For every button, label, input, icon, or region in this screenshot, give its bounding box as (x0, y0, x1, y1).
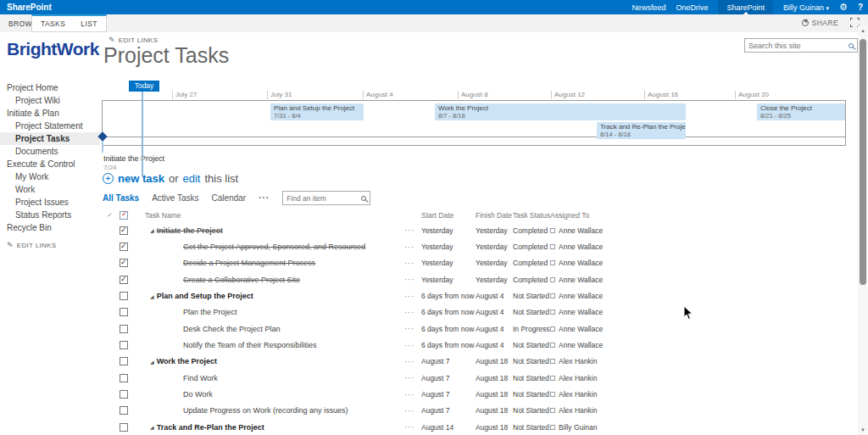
task-checkbox[interactable] (120, 374, 128, 382)
task-checkbox[interactable] (120, 308, 128, 316)
row-menu-button[interactable]: ··· (404, 324, 421, 333)
sidebar-item-project-issues[interactable]: Project Issues (0, 196, 100, 209)
sidebar-item-project-home[interactable]: Project Home (0, 81, 100, 94)
newsfeed-link[interactable]: Newsfeed (632, 3, 665, 12)
task-checkbox[interactable] (120, 406, 128, 415)
table-row[interactable]: ◢Work the Project ··· August 7 August 18… (100, 354, 837, 370)
assignee-link[interactable]: Anne Wallace (559, 341, 603, 349)
col-start-date[interactable]: Start Date (421, 211, 476, 220)
task-checkbox[interactable] (120, 259, 128, 267)
table-row[interactable]: ◢Plan and Setup the Project ··· 6 days f… (100, 287, 837, 304)
sidebar-item-initiate-plan[interactable]: Initiate & Plan (0, 107, 100, 120)
assignee-link[interactable]: Alex Hankin (559, 357, 597, 365)
scroll-down-icon[interactable]: ▼ (858, 425, 868, 435)
sidebar-edit-links[interactable]: ✎ EDIT LINKS (0, 241, 100, 249)
sidebar-item-execute-control[interactable]: Execute & Control (0, 158, 100, 170)
row-menu-button[interactable]: ··· (404, 292, 421, 301)
timeline-bar-work[interactable]: Work the Project 8/7 - 8/18 (435, 103, 686, 120)
tab-tasks[interactable]: TASKS (41, 20, 65, 28)
row-menu-button[interactable]: ··· (404, 341, 421, 350)
sidebar-item-recycle-bin[interactable]: Recycle Bin (0, 221, 100, 234)
collapse-triangle-icon[interactable]: ◢ (150, 424, 154, 430)
timeline-bar-plan[interactable]: Plan and Setup the Project 7/31 - 8/4 (270, 103, 364, 120)
table-row[interactable]: Get the Project Approved, Sponsored, and… (100, 238, 837, 254)
search-icon[interactable] (361, 196, 366, 201)
collapse-triangle-icon[interactable]: ◢ (150, 359, 154, 365)
sidebar-item-work[interactable]: Work (0, 183, 100, 196)
sidebar-item-my-work[interactable]: My Work (0, 170, 100, 183)
row-menu-button[interactable]: ··· (404, 275, 421, 284)
task-checkbox[interactable] (120, 341, 128, 349)
tab-list[interactable]: LIST (81, 20, 97, 28)
table-row[interactable]: Notify the Team of their Responsibilitie… (100, 337, 837, 353)
assignee-link[interactable]: Anne Wallace (559, 276, 603, 284)
table-row[interactable]: Decide a Project Management Process ··· … (100, 255, 837, 271)
search-icon[interactable] (849, 43, 854, 48)
vertical-scrollbar[interactable]: ▲ ▼ (858, 25, 868, 435)
table-row[interactable]: Create a Collaborative Project Site ··· … (100, 271, 837, 287)
col-task-status[interactable]: Task Status (513, 211, 550, 220)
select-all-check-icon[interactable]: ✓ (100, 211, 120, 219)
task-checkbox[interactable] (120, 276, 128, 284)
view-active-tasks[interactable]: Active Tasks (152, 193, 198, 203)
task-checkbox[interactable] (120, 325, 128, 333)
assignee-link[interactable]: Anne Wallace (559, 292, 603, 300)
assignee-link[interactable]: Anne Wallace (559, 226, 603, 235)
user-menu[interactable]: Billy Guinan ▾ (783, 3, 829, 12)
assignee-link[interactable]: Alex Hankin (559, 406, 597, 415)
table-row[interactable]: Find Work ··· August 7 August 18 Not Sta… (100, 370, 837, 386)
table-row[interactable]: Plan the Project ··· 6 days from now Aug… (100, 304, 837, 321)
assignee-link[interactable]: Billy Guinan (559, 423, 597, 432)
task-checkbox[interactable] (120, 423, 128, 432)
view-calendar[interactable]: Calendar (212, 193, 247, 203)
share-button[interactable]: SHARE (802, 19, 838, 27)
row-menu-button[interactable]: ··· (404, 422, 421, 432)
table-row[interactable]: Desk Check the Project Plan ··· 6 days f… (100, 321, 837, 337)
task-checkbox[interactable] (120, 243, 128, 251)
assignee-link[interactable]: Anne Wallace (559, 325, 603, 333)
sharepoint-link[interactable]: SharePoint (718, 0, 773, 14)
assignee-link[interactable]: Anne Wallace (559, 259, 603, 267)
assignee-link[interactable]: Anne Wallace (559, 308, 603, 316)
collapse-triangle-icon[interactable]: ◢ (150, 293, 154, 299)
row-menu-button[interactable]: ··· (404, 390, 421, 399)
find-item-input[interactable] (287, 194, 358, 203)
assignee-link[interactable]: Alex Hankin (559, 374, 597, 382)
row-menu-button[interactable]: ··· (404, 226, 421, 235)
task-checkbox[interactable] (120, 292, 128, 300)
assignee-link[interactable]: Alex Hankin (559, 390, 597, 399)
assignee-link[interactable]: Anne Wallace (559, 243, 603, 251)
task-checkbox[interactable] (120, 357, 128, 365)
row-menu-button[interactable]: ··· (404, 243, 421, 252)
col-assigned-to[interactable]: Assigned To (550, 211, 837, 220)
row-menu-button[interactable]: ··· (404, 406, 421, 415)
scrollbar-thumb[interactable] (860, 39, 866, 285)
table-row[interactable]: ◢Initiate the Project ··· Yesterday Yest… (100, 222, 837, 238)
sidebar-item-project-statement[interactable]: Project Statement (0, 120, 100, 132)
view-more-button[interactable]: ··· (259, 193, 270, 203)
collapse-triangle-icon[interactable]: ◢ (150, 227, 154, 233)
table-row[interactable]: Update Progress on Work (recording any i… (100, 403, 837, 419)
task-checkbox[interactable] (120, 390, 128, 399)
task-checkbox[interactable] (120, 226, 128, 235)
col-task-name[interactable]: Task Name (145, 211, 404, 220)
sidebar-item-status-reports[interactable]: Status Reports (0, 209, 100, 221)
site-search-input[interactable] (748, 42, 845, 50)
onedrive-link[interactable]: OneDrive (676, 3, 708, 12)
table-row[interactable]: ◢Track and Re-Plan the Project ··· Augus… (100, 419, 837, 435)
gear-icon[interactable]: ⚙ (839, 2, 848, 13)
row-menu-button[interactable]: ··· (404, 373, 421, 382)
plus-icon[interactable]: + (103, 173, 114, 184)
scroll-up-icon[interactable]: ▲ (858, 25, 868, 36)
sidebar-item-project-wiki[interactable]: Project Wiki (0, 94, 100, 107)
view-all-tasks[interactable]: All Tasks (103, 193, 139, 203)
timeline-bar-track[interactable]: Track and Re-Plan the Project 8/14 - 8/1… (597, 122, 686, 139)
col-finish-date[interactable]: Finish Date (476, 211, 513, 220)
row-menu-button[interactable]: ··· (404, 357, 421, 366)
edit-list-link[interactable]: edit (182, 172, 200, 185)
sidebar-item-project-tasks[interactable]: Project Tasks (0, 132, 100, 145)
row-menu-button[interactable]: ··· (404, 308, 421, 317)
timeline-bar-close[interactable]: Close the Project 8/21 - 8/25 (757, 103, 845, 120)
today-marker[interactable]: Today (129, 81, 159, 92)
help-icon[interactable]: ? (858, 3, 863, 12)
